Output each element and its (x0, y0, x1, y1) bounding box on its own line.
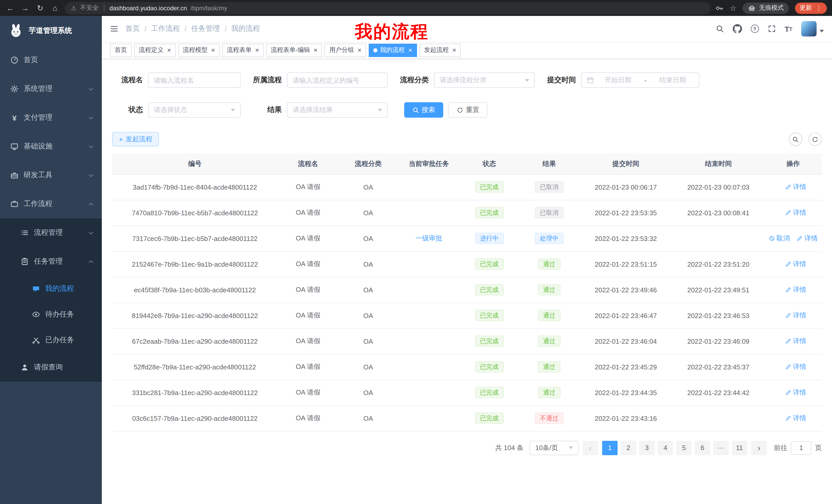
detail-link[interactable]: 详情 (785, 208, 806, 217)
sidebar-item-devtools[interactable]: 研发工具 (0, 161, 102, 190)
cell-result: 不通过 (519, 405, 579, 431)
page-size-select[interactable]: 10条/页 (530, 441, 578, 455)
detail-link[interactable]: 详情 (785, 311, 806, 320)
detail-link[interactable]: 详情 (785, 183, 806, 192)
column-header: 当前审批任务 (398, 153, 460, 174)
page-number-button[interactable]: ··· (713, 441, 729, 455)
help-icon[interactable]: ? (751, 25, 759, 33)
search-button[interactable]: 搜索 (404, 102, 443, 118)
cell-current-task (398, 380, 460, 405)
page-number-button[interactable]: 1 (602, 441, 618, 455)
browser-update-button[interactable]: 更新 ⋮ (795, 2, 827, 13)
sidebar-item-todo-tasks[interactable]: 待办任务 (0, 302, 102, 327)
detail-link[interactable]: 详情 (785, 285, 806, 295)
tab[interactable]: 我的流程 × (369, 44, 417, 57)
page-number-button[interactable]: 11 (732, 441, 747, 455)
process-id-input[interactable] (287, 73, 388, 88)
process-id-field[interactable] (293, 76, 382, 84)
sidebar-item-infrastructure[interactable]: 基础设施 (0, 132, 102, 161)
status-tag: 已完成 (475, 413, 504, 424)
url-path: /bpm/task/my (190, 4, 227, 11)
status-select[interactable]: 请选择状态 (148, 102, 241, 118)
current-task-link[interactable]: 一级审批 (415, 234, 442, 243)
tab-close-icon[interactable]: × (408, 47, 412, 53)
tab[interactable]: 流程模型 × (178, 44, 219, 57)
page-number-button[interactable]: 3 (639, 441, 655, 455)
tab-close-icon[interactable]: × (255, 47, 259, 53)
breadcrumb-home[interactable]: 首页 (126, 24, 140, 33)
result-tag: 通过 (538, 310, 561, 321)
tab-close-icon[interactable]: × (167, 47, 171, 53)
tab[interactable]: 流程定义 × (134, 44, 176, 57)
search-icon[interactable] (716, 25, 724, 33)
tab-close-icon[interactable]: × (452, 47, 456, 53)
key-icon[interactable] (716, 4, 724, 12)
next-page-button[interactable]: › (751, 441, 767, 455)
detail-link[interactable]: 详情 (797, 234, 818, 243)
create-process-button[interactable]: + 发起流程 (112, 132, 159, 146)
sidebar-item-workflow[interactable]: 工作流程 (0, 190, 102, 218)
reset-button[interactable]: 重置 (448, 102, 488, 118)
sidebar-item-my-process[interactable]: 我的流程 (0, 276, 102, 302)
cell-current-task (398, 303, 460, 328)
browser-chrome: ← → ↻ ⌂ ⚠ 不安全 dashboard.yudao.iocoder.cn… (0, 0, 832, 16)
avatar[interactable] (801, 21, 816, 36)
github-icon[interactable] (732, 24, 742, 33)
page-number-button[interactable]: 4 (658, 441, 673, 455)
detail-link[interactable]: 详情 (785, 337, 806, 346)
cancel-link[interactable]: 取消 (769, 234, 789, 243)
fullscreen-icon[interactable] (768, 25, 776, 33)
breadcrumb-workflow: 工作流程 (151, 24, 180, 33)
category-select[interactable]: 请选择流程分类 (434, 73, 535, 88)
browser-menu-icon[interactable]: ⋮ (815, 4, 822, 12)
page-number-button[interactable]: 5 (676, 441, 692, 455)
cell-end-time: 2022-01-22 23:45:37 (672, 354, 765, 380)
tab-close-icon[interactable]: × (358, 47, 362, 53)
incognito-label: 无痕模式 (759, 4, 784, 12)
table-row: 67c2eaab-7b9a-11ec-a290-acde48001122 OA … (112, 328, 822, 354)
process-name-input[interactable] (148, 73, 241, 88)
sidebar-item-done-tasks[interactable]: 已办任务 (0, 327, 102, 353)
page-number-button[interactable]: 6 (695, 441, 710, 455)
bookmark-star-icon[interactable]: ☆ (730, 4, 736, 12)
page-number-button[interactable]: 2 (621, 441, 636, 455)
font-size-icon[interactable]: TT (784, 24, 792, 33)
tab-close-icon[interactable]: × (211, 47, 215, 53)
hamburger-icon[interactable] (110, 25, 118, 33)
goto-page-input[interactable] (791, 441, 811, 454)
prev-page-button[interactable]: ‹ (582, 441, 598, 455)
sidebar-item-system[interactable]: 系统管理 (0, 75, 102, 103)
chevron-down-icon (89, 172, 93, 177)
end-date-placeholder[interactable]: 结束日期 (651, 76, 694, 85)
cell-current-task (398, 174, 460, 200)
detail-link[interactable]: 详情 (785, 388, 806, 397)
tab-close-icon[interactable]: × (314, 47, 317, 53)
refresh-table-button[interactable] (808, 133, 822, 146)
process-name-field[interactable] (154, 76, 235, 84)
address-bar[interactable]: ⚠ 不安全 dashboard.yudao.iocoder.cn/bpm/tas… (65, 2, 711, 14)
tab[interactable]: 发起流程 × (419, 44, 461, 57)
start-date-placeholder[interactable]: 开始日期 (597, 76, 639, 85)
detail-link[interactable]: 详情 (785, 414, 806, 423)
date-range-picker[interactable]: 开始日期 - 结束日期 (581, 73, 699, 88)
tab[interactable]: 首页 × (110, 44, 132, 57)
table-row: 7470a810-7b9b-11ec-b5b7-acde48001122 OA … (112, 200, 822, 226)
user-menu[interactable] (801, 21, 824, 36)
app-logo-row[interactable]: 芋道管理系统 (0, 16, 102, 46)
tab[interactable]: 用户分组 × (325, 44, 366, 57)
detail-link[interactable]: 详情 (785, 259, 806, 269)
sidebar-item-process-mgmt[interactable]: 流程管理 (0, 218, 102, 247)
sidebar-item-home[interactable]: 首页 (0, 46, 102, 75)
home-icon[interactable]: ⌂ (50, 4, 60, 12)
sidebar-item-task-mgmt[interactable]: 任务管理 (0, 247, 102, 276)
sidebar-item-leave-query[interactable]: 请假查询 (0, 353, 102, 382)
result-select[interactable]: 请选择流结果 (287, 102, 388, 118)
detail-link[interactable]: 详情 (785, 362, 806, 371)
back-icon[interactable]: ← (5, 4, 16, 12)
tab[interactable]: 流程表单 × (222, 44, 263, 57)
sidebar-item-payment[interactable]: ¥ 支付管理 (0, 103, 102, 132)
tab[interactable]: 流程表单-编辑 × (266, 44, 322, 57)
forward-icon[interactable]: → (20, 4, 30, 12)
reload-icon[interactable]: ↻ (35, 3, 45, 12)
search-toggle-button[interactable] (789, 133, 802, 146)
